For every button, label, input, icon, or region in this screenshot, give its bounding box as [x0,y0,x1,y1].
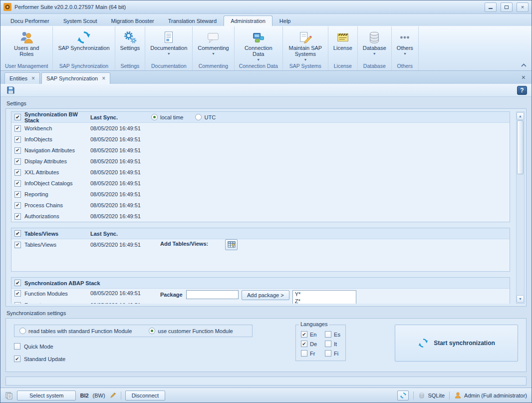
scroll-down-button[interactable]: ▼ [517,295,524,303]
row-checkbox[interactable] [14,302,21,304]
language-checkbox-it[interactable] [325,341,331,347]
add-package-button[interactable]: Add package > [242,290,289,300]
standard-function-module-label[interactable]: read tables with standard Function Modul… [28,328,132,334]
bw-stack-checkbox[interactable] [14,114,21,120]
customer-function-module-label[interactable]: use customer Function Module [158,328,233,334]
connection-data-button[interactable]: Connection Data ▼ [240,27,277,62]
row-label[interactable]: Display Attributes [24,158,67,164]
row-checkbox[interactable] [14,202,21,209]
section-title[interactable]: Tables/Views [24,231,58,237]
minimize-button[interactable] [485,2,497,12]
list-item[interactable]: Y* [293,291,356,298]
select-system-button[interactable]: Select system [17,391,76,401]
close-button[interactable]: × [517,2,529,12]
language-label[interactable]: It [334,341,337,347]
database-status[interactable]: SQLite [418,392,445,399]
language-label[interactable]: Es [334,332,340,338]
maximize-button[interactable] [501,2,513,12]
start-synchronization-button[interactable]: Start synchronization [395,325,518,362]
row-label[interactable]: Authorizations [24,213,59,219]
row-label[interactable]: InfoObjects [24,136,52,142]
quick-mode-checkbox[interactable] [14,343,20,350]
row-label[interactable]: InfoObject Catalogs [24,180,73,186]
package-input[interactable] [186,290,239,299]
tab-entities[interactable]: Entities × [4,72,40,84]
local-time-radio[interactable] [151,114,158,120]
row-checkbox[interactable] [14,290,21,297]
row-label[interactable]: Function Modules [24,291,68,297]
disconnect-button[interactable]: Disconnect [125,391,165,401]
row-checkbox[interactable] [14,213,21,220]
customer-function-module-radio[interactable] [149,328,155,334]
collapse-ribbon-button[interactable] [521,62,527,68]
others-button[interactable]: Others ▼ [393,27,417,62]
close-document-button[interactable]: × [520,73,528,83]
standard-update-checkbox[interactable] [14,356,20,362]
language-checkbox-fi[interactable] [325,350,331,357]
settings-button[interactable]: Settings [116,27,144,62]
section-title[interactable]: Synchronization BW Stack [24,111,90,123]
row-checkbox[interactable] [14,180,21,187]
close-tab-icon[interactable]: × [102,76,105,81]
row-label[interactable]: Reports [24,302,44,304]
section-title[interactable]: Synchronization ABAP Stack [24,280,100,286]
database-button[interactable]: Database ▼ [359,27,390,62]
refresh-button[interactable] [397,391,409,401]
utc-label[interactable]: UTC [204,114,216,120]
menu-tab-migration-booster[interactable]: Migration Booster [104,15,161,26]
row-checkbox[interactable] [14,191,21,198]
menu-tab-system-scout[interactable]: System Scout [56,15,104,26]
add-tables-views-button[interactable] [225,239,238,250]
list-item[interactable]: Z* [293,298,356,304]
tables-views-checkbox[interactable] [14,230,21,237]
row-checkbox[interactable] [14,169,21,176]
row-label[interactable]: XXL Attributes [24,169,59,175]
language-label[interactable]: En [310,332,316,338]
standard-function-module-radio[interactable] [19,328,26,334]
row-label[interactable]: Process Chains [24,202,63,208]
commenting-button[interactable]: Commenting ▼ [194,27,233,62]
language-label[interactable]: Fr [310,351,315,357]
save-button[interactable] [5,85,16,95]
user-status[interactable]: Admin (Full administrator) [454,392,527,399]
row-checkbox[interactable] [14,158,21,165]
menu-tab-administration[interactable]: Administration [224,15,272,26]
row-label[interactable]: Reporting [24,191,48,197]
row-label[interactable]: Navigation Attributes [24,147,75,153]
language-checkbox-es[interactable] [325,331,331,338]
tab-sap-synchronization[interactable]: SAP Synchronization × [41,72,110,84]
close-tab-icon[interactable]: × [31,76,35,81]
row-checkbox[interactable] [14,125,21,132]
language-checkbox-de[interactable] [301,341,307,347]
quick-mode-label[interactable]: Quick Mode [24,344,53,350]
users-and-roles-button[interactable]: Users and Roles [8,27,44,62]
vertical-scrollbar[interactable]: ▲ ▼ [516,111,525,304]
scrollbar-thumb[interactable] [517,120,524,174]
utc-radio[interactable] [195,114,202,120]
abap-stack-checkbox[interactable] [14,280,21,286]
menu-tab-translation-steward[interactable]: Translation Steward [161,15,224,26]
documentation-button[interactable]: Documentation ▼ [146,27,191,62]
help-button[interactable]: ? [517,86,527,95]
row-checkbox[interactable] [14,136,21,143]
package-list[interactable]: Y* Z* [292,290,356,304]
menu-tab-docu-performer[interactable]: Docu Performer [3,15,56,26]
language-checkbox-fr[interactable] [301,350,307,357]
row-label[interactable]: Tables/Views [24,242,56,248]
language-label[interactable]: Fi [334,351,338,357]
last-sync-time: 08/05/2020 16:49:51 [90,147,151,153]
row-label[interactable]: Workbench [24,125,52,131]
edit-system-icon[interactable] [109,392,117,399]
scroll-up-button[interactable]: ▲ [517,112,524,120]
row-checkbox[interactable] [14,147,21,154]
language-label[interactable]: De [310,341,317,347]
sap-synchronization-button[interactable]: SAP Synchronization [54,27,113,62]
language-checkbox-en[interactable] [301,331,307,338]
notes-icon[interactable] [5,392,13,400]
standard-update-label[interactable]: Standard Update [24,356,65,362]
maintain-sap-systems-button[interactable]: Maintain SAP Systems ▼ [284,27,327,62]
row-checkbox[interactable] [14,242,21,248]
menu-tab-help[interactable]: Help [272,15,298,26]
local-time-label[interactable]: local time [160,114,183,120]
license-button[interactable]: License [329,27,356,62]
